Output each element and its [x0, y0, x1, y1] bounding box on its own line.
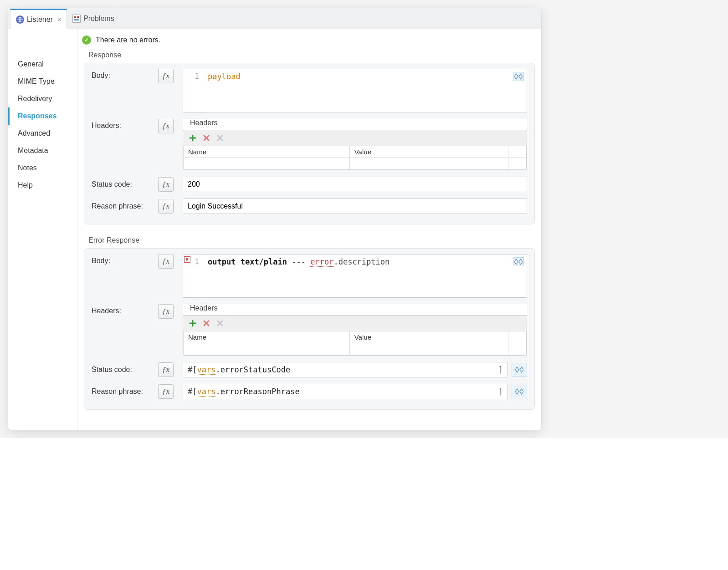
main-panel: ✓ There are no errors. Response Body: ƒx…	[77, 29, 541, 430]
headers-col-value[interactable]: Value	[349, 146, 508, 158]
fx-button[interactable]: ƒx	[158, 304, 174, 319]
fx-button[interactable]: ƒx	[158, 384, 174, 399]
response-body-editor[interactable]: 1 payload	[183, 69, 527, 112]
response-body-label: Body:	[92, 69, 155, 80]
tab-problems-label: Problems	[83, 15, 114, 23]
code-token: ]	[498, 365, 503, 374]
headers-box: Name Value	[183, 130, 527, 170]
sidebar-item-label: Advanced	[18, 129, 50, 137]
code-token: text/plain	[241, 257, 287, 266]
code-token: vars	[197, 387, 215, 397]
sidebar-item-label: General	[18, 60, 44, 68]
fx-button[interactable]: ƒx	[158, 362, 174, 377]
headers-col-actions	[508, 331, 527, 343]
code-token: .errorStatusCode	[215, 365, 290, 374]
fx-button[interactable]: ƒx	[158, 69, 174, 83]
check-icon: ✓	[82, 36, 91, 45]
headers-toolbar	[183, 130, 527, 146]
response-status-code-label: Status code:	[92, 180, 155, 188]
code-token: output	[208, 257, 236, 266]
headers-table[interactable]: Name Value	[183, 331, 527, 355]
code-token: .errorReasonPhrase	[215, 387, 299, 396]
close-icon[interactable]: ×	[57, 16, 61, 23]
response-headers-label: Headers:	[92, 119, 155, 130]
sidebar-item-label: Redelivery	[18, 95, 52, 102]
svg-rect-1	[74, 16, 76, 18]
sidebar-item-label: MIME Type	[18, 77, 55, 85]
sidebar-item-general[interactable]: General	[8, 56, 77, 73]
delete-icon[interactable]	[201, 133, 211, 143]
headers-title: Headers	[183, 119, 527, 130]
section-title-response: Response	[77, 49, 541, 63]
response-reason-phrase-input[interactable]	[183, 198, 527, 214]
sidebar-item-mime-type[interactable]: MIME Type	[8, 73, 77, 90]
svg-rect-3	[74, 19, 79, 20]
sidebar: General MIME Type Redelivery Responses A…	[8, 29, 77, 430]
error-status-code-input[interactable]: #[ vars .errorStatusCode ]	[183, 362, 508, 377]
code-token: vars	[197, 365, 215, 375]
line-number: 1	[183, 72, 199, 81]
fx-button[interactable]: ƒx	[158, 199, 174, 214]
sidebar-item-label: Responses	[18, 112, 56, 120]
dataweave-icon[interactable]	[513, 257, 524, 266]
error-body-label: Body:	[92, 254, 155, 265]
fx-button[interactable]: ƒx	[158, 177, 174, 192]
sidebar-item-help[interactable]: Help	[8, 177, 77, 194]
error-reason-phrase-input[interactable]: #[ vars .errorReasonPhrase ]	[183, 384, 508, 399]
sidebar-item-metadata[interactable]: Metadata	[8, 142, 77, 159]
add-icon[interactable]	[188, 133, 198, 143]
status-message: There are no errors.	[96, 36, 160, 44]
globe-icon	[16, 15, 24, 24]
headers-col-name[interactable]: Name	[184, 146, 350, 158]
tab-listener[interactable]: Listener ×	[10, 9, 67, 29]
code-token: .description	[333, 257, 390, 266]
add-icon[interactable]	[188, 318, 198, 328]
error-marker-icon: ✖	[184, 256, 190, 263]
response-status-code-input[interactable]	[183, 177, 527, 192]
sidebar-item-responses[interactable]: Responses	[8, 107, 77, 125]
headers-title: Headers	[183, 304, 527, 315]
sidebar-item-label: Notes	[18, 164, 37, 172]
code-token: error	[310, 257, 333, 267]
tab-listener-label: Listener	[27, 15, 53, 24]
response-reason-phrase-label: Reason phrase:	[92, 202, 155, 210]
error-response-section: Body: ƒx ✖ 1 output text/plain --- error…	[84, 248, 535, 410]
dataweave-icon[interactable]	[512, 385, 527, 398]
editor-content[interactable]: output text/plain --- error.description	[203, 254, 527, 297]
delete-disabled-icon	[215, 318, 225, 328]
table-row[interactable]	[184, 343, 527, 355]
response-section: Body: ƒx 1 payload Headers:	[84, 63, 535, 224]
table-row[interactable]	[184, 158, 527, 170]
status-bar: ✓ There are no errors.	[77, 29, 541, 49]
tab-problems[interactable]: Problems	[67, 8, 120, 29]
code-token: ---	[292, 257, 306, 266]
sidebar-item-redelivery[interactable]: Redelivery	[8, 90, 77, 107]
editor-content[interactable]: payload	[203, 69, 527, 112]
code-token: #[	[188, 387, 197, 396]
section-title-error-response: Error Response	[77, 234, 541, 248]
code-token: ]	[498, 387, 503, 396]
editor-gutter: 1	[183, 69, 203, 112]
fx-button[interactable]: ƒx	[158, 119, 174, 133]
tab-bar: Listener × Problems	[8, 8, 541, 29]
error-headers-label: Headers:	[92, 304, 155, 315]
config-window: Listener × Problems General MIME Type Re…	[8, 8, 541, 430]
dataweave-icon[interactable]	[513, 72, 524, 81]
delete-icon[interactable]	[201, 318, 211, 328]
code-token: payload	[208, 72, 241, 81]
headers-col-actions	[508, 146, 527, 158]
error-body-editor[interactable]: ✖ 1 output text/plain --- error.descript…	[183, 254, 527, 298]
svg-rect-2	[77, 16, 79, 18]
delete-disabled-icon	[215, 133, 225, 143]
code-token: #[	[188, 365, 197, 374]
headers-col-name[interactable]: Name	[184, 331, 350, 343]
sidebar-item-notes[interactable]: Notes	[8, 159, 77, 177]
sidebar-item-label: Metadata	[18, 147, 48, 154]
fx-button[interactable]: ƒx	[158, 254, 174, 269]
headers-col-value[interactable]: Value	[349, 331, 508, 343]
headers-toolbar	[183, 316, 527, 331]
sidebar-item-advanced[interactable]: Advanced	[8, 125, 77, 142]
problems-icon	[72, 15, 81, 23]
headers-table[interactable]: Name Value	[183, 146, 527, 170]
dataweave-icon[interactable]	[512, 363, 527, 377]
